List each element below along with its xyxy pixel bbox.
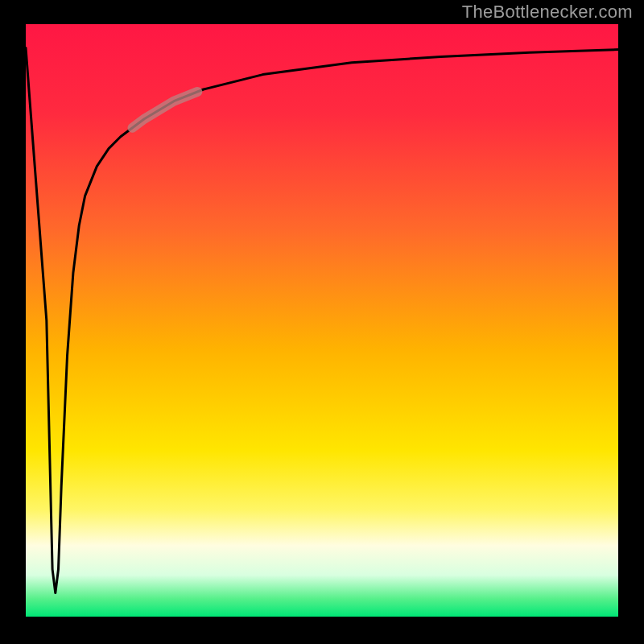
gradient-background [26, 24, 618, 617]
plot-area [26, 24, 618, 617]
bottleneck-chart [26, 24, 618, 617]
chart-stage: TheBottlenecker.com [0, 0, 644, 644]
attribution-text: TheBottlenecker.com [462, 2, 633, 23]
